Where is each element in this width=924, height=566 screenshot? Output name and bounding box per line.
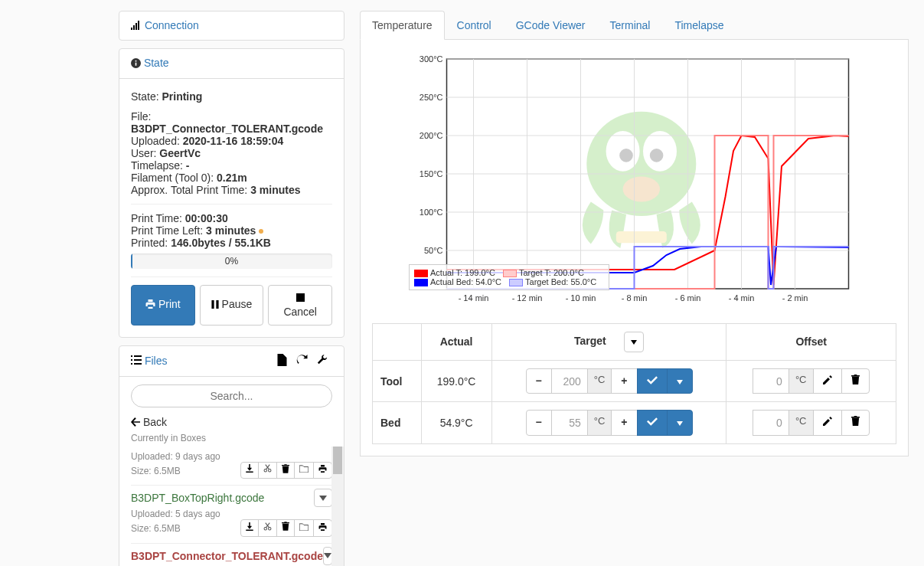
target-set-button[interactable] [637,368,668,394]
temp-row-label: Bed [373,402,422,444]
svg-text:- 8 min: - 8 min [622,293,648,303]
svg-rect-13 [134,359,142,361]
connection-panel: Connection [119,11,344,41]
files-panel: Files Back Currently [119,345,344,566]
temp-actual: 199.0°C [421,360,491,402]
print-file-button[interactable] [313,462,332,479]
progress-bar: 0% [131,254,332,269]
th-offset: Offset [726,324,896,361]
temp-row: Bed 54.9°C − °C + °C [373,402,896,444]
offset-edit-button[interactable] [813,410,842,436]
svg-text:150°C: 150°C [420,169,443,178]
tab-terminal[interactable]: Terminal [598,11,663,40]
tab-temperature[interactable]: Temperature [360,11,445,40]
svg-rect-7 [211,300,214,309]
th-target: Target [491,324,726,361]
svg-rect-8 [216,300,218,309]
svg-rect-10 [131,355,132,357]
search-input[interactable] [131,384,332,407]
svg-text:100°C: 100°C [420,208,443,217]
cut-button[interactable] [258,462,277,479]
target-dropdown-button[interactable] [667,410,693,436]
folder-button[interactable] [294,462,314,479]
target-input[interactable] [551,368,588,394]
temp-row-label: Tool [373,360,422,402]
svg-text:250°C: 250°C [420,93,443,102]
main: TemperatureControlGCode ViewerTerminalTi… [360,11,909,566]
svg-rect-15 [134,363,142,365]
download-button[interactable] [240,462,259,479]
files-heading: Files [119,346,344,377]
target-set-button[interactable] [637,410,668,436]
print-button[interactable]: Print [131,285,195,326]
target-plus-button[interactable]: + [611,368,637,394]
svg-rect-14 [131,363,132,365]
wrench-icon[interactable] [312,355,332,368]
tab-timelapse[interactable]: Timelapse [662,11,736,40]
th-actual: Actual [421,324,491,361]
offset-delete-button[interactable] [841,410,870,436]
file-menu-toggle[interactable] [314,489,332,507]
cut-button[interactable] [258,519,277,536]
svg-rect-12 [131,359,132,361]
unit-label: °C [587,368,612,394]
file-add-icon[interactable] [273,354,292,368]
target-plus-button[interactable]: + [611,410,637,436]
connection-heading[interactable]: Connection [119,11,344,40]
delete-button[interactable] [276,519,295,536]
back-button[interactable]: Back [131,411,332,433]
refresh-icon[interactable] [292,355,312,368]
pause-button[interactable]: Pause [200,285,264,326]
svg-rect-2 [135,23,137,30]
sidebar: Connection State State: Printing File: B… [119,11,344,566]
download-button[interactable] [240,519,259,536]
tab-control[interactable]: Control [445,11,504,40]
svg-rect-11 [134,355,142,357]
file-entry: B3DPT_BoxTopRight.gcodeUploaded: 5 days … [131,486,332,543]
offset-delete-button[interactable] [841,368,870,394]
state-panel: State State: Printing File: B3DPT_Connec… [119,48,344,337]
svg-text:200°C: 200°C [420,131,443,140]
file-name[interactable]: B3DPT_BoxTopRight.gcode [131,492,264,504]
signal-icon [131,20,142,32]
svg-rect-6 [135,60,137,61]
svg-text:- 6 min: - 6 min [675,293,701,303]
unit-label: °C [789,410,814,436]
state-value: Printing [162,90,202,103]
svg-text:- 4 min: - 4 min [729,293,755,303]
state-heading[interactable]: State [119,49,344,78]
connection-title[interactable]: Connection [145,19,199,31]
offset-input[interactable] [753,410,789,436]
file-entry: B3DPT_Connector_TOLERANT.gcodeUploaded: … [131,544,332,566]
print-file-button[interactable] [313,519,332,536]
file-name[interactable]: B3DPT_Connector_TOLERANT.gcode [131,550,323,562]
svg-text:- 2 min: - 2 min [782,293,808,303]
delete-button[interactable] [276,462,295,479]
target-minus-button[interactable]: − [526,410,552,436]
svg-text:50°C: 50°C [424,246,443,255]
info-icon [131,58,141,70]
offset-input[interactable] [753,368,789,394]
files-title[interactable]: Files [145,355,168,367]
offset-edit-button[interactable] [813,368,842,394]
cancel-button[interactable]: Cancel [268,285,332,326]
state-title[interactable]: State [144,57,169,69]
chevron-down-icon [631,340,637,345]
chart-legend: Actual T: 199.0°CTarget T: 200.0°CActual… [409,264,609,290]
tab-gcode-viewer[interactable]: GCode Viewer [504,11,598,40]
target-minus-button[interactable]: − [526,368,552,394]
list-icon [131,355,142,367]
tab-bar: TemperatureControlGCode ViewerTerminalTi… [360,11,909,40]
target-dropdown-button[interactable] [667,368,693,394]
scrollbar[interactable] [331,447,344,566]
temperature-chart: 50°C100°C150°C200°C250°C300°C- 14 min- 1… [372,51,896,312]
folder-button[interactable] [294,519,314,536]
svg-text:- 10 min: - 10 min [566,293,596,303]
target-presets-dropdown[interactable] [624,332,644,352]
svg-rect-0 [131,28,132,30]
estimate-dot-icon [259,229,263,234]
file-entry: Uploaded: 9 days agoSize: 6.5MB [131,447,332,486]
svg-rect-3 [138,21,139,30]
target-input[interactable] [551,410,588,436]
svg-text:- 14 min: - 14 min [459,293,489,303]
